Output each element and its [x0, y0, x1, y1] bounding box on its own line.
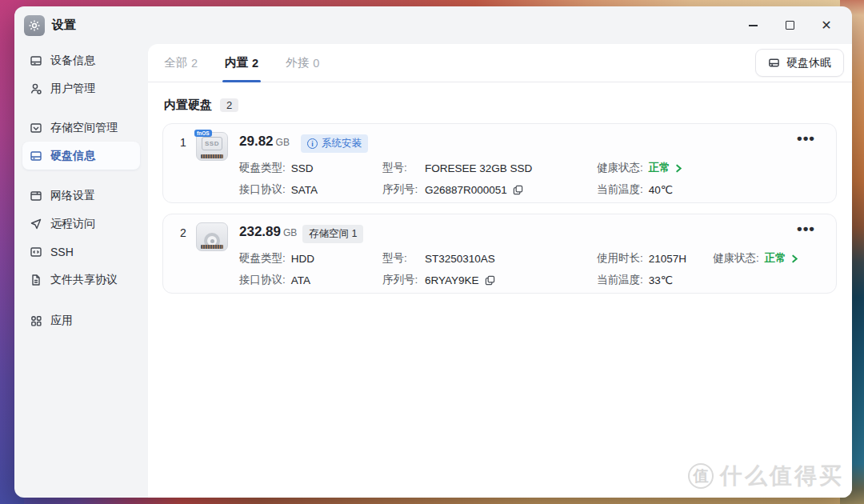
field-value: ATA	[291, 274, 310, 286]
disk-serial-field: 序列号: G26887R000051	[382, 182, 523, 197]
sidebar-item-label: 硬盘信息	[50, 149, 95, 163]
ssd-label: SSD	[202, 137, 222, 150]
drive-icon	[768, 57, 780, 69]
health-status: 正常	[765, 251, 786, 266]
sidebar-item-user-management[interactable]: 用户管理	[22, 74, 140, 102]
disk-temp-field: 当前温度: 40℃	[597, 182, 673, 197]
field-label: 健康状态:	[713, 251, 759, 266]
tab-count: 2	[191, 57, 198, 70]
tab-all[interactable]: 全部 2	[164, 44, 198, 82]
field-value: 6RYAY9KE	[425, 274, 479, 286]
sidebar-item-apps[interactable]: 应用	[22, 306, 140, 334]
sidebar-item-remote-access[interactable]: 远程访问	[22, 210, 140, 238]
content-area: 内置硬盘 2 1 fnOS SSD 29.82GB i 系统安装 •••	[148, 82, 852, 294]
field-value: SSD	[291, 162, 314, 174]
gear-icon	[24, 15, 45, 36]
disk-type-field: 硬盘类型: HDD	[239, 251, 314, 266]
storage-pool-badge: 存储空间 1	[302, 225, 363, 243]
more-menu-icon[interactable]: •••	[797, 221, 815, 236]
field-label: 接口协议:	[239, 273, 286, 287]
ssh-icon	[30, 246, 42, 258]
field-label: 接口协议:	[239, 182, 286, 197]
disk-model-field: 型号: ST3250310AS	[382, 251, 495, 266]
field-label: 硬盘类型:	[239, 161, 286, 175]
system-install-badge: i 系统安装	[301, 134, 368, 153]
sidebar-item-disk-info[interactable]: 硬盘信息	[22, 142, 140, 170]
sidebar-item-label: 远程访问	[50, 217, 95, 231]
disk-size-unit: GB	[283, 227, 297, 238]
sidebar-item-storage-pool[interactable]: 存储空间管理	[22, 114, 140, 142]
field-value: G26887R000051	[425, 184, 507, 196]
minimize-button[interactable]	[742, 14, 764, 37]
field-label: 硬盘类型:	[239, 251, 286, 266]
fnos-chip: fnOS	[194, 130, 212, 137]
tab-count: 0	[313, 57, 319, 70]
disk-hibernate-label: 硬盘休眠	[786, 56, 831, 70]
disk-index: 1	[180, 136, 186, 149]
disk-info-icon	[30, 150, 42, 162]
tab-internal[interactable]: 内置 2	[225, 44, 258, 82]
field-label: 当前温度:	[597, 273, 643, 287]
tab-bar: 全部 2 内置 2 外接 0 硬盘休眠	[148, 44, 852, 82]
close-button[interactable]: ✕	[815, 14, 838, 37]
chevron-right-icon	[675, 164, 682, 173]
disk-hibernate-button[interactable]: 硬盘休眠	[755, 49, 844, 77]
field-label: 型号:	[382, 161, 419, 175]
tab-external[interactable]: 外接 0	[286, 44, 319, 82]
disk-type-field: 硬盘类型: SSD	[239, 161, 314, 175]
disk-serial-field: 序列号: 6RYAY9KE	[382, 273, 495, 287]
file-share-icon	[30, 274, 42, 286]
badge-label: 系统安装	[322, 137, 362, 150]
disk-size-value: 29.82	[239, 134, 274, 149]
tab-label: 外接	[286, 55, 309, 70]
sidebar: 设备信息 用户管理 存储空间管理 硬盘信息 网络设置	[14, 44, 148, 498]
tab-label: 内置	[225, 55, 248, 70]
minimize-icon	[749, 25, 758, 26]
field-value: HDD	[291, 253, 314, 265]
apps-icon	[30, 314, 42, 327]
close-icon: ✕	[821, 19, 831, 32]
tab-label: 全部	[164, 55, 187, 70]
section-title: 内置硬盘	[164, 98, 212, 113]
disk-usage-field: 使用时长: 21057H	[597, 251, 686, 266]
disk-health-field[interactable]: 健康状态: 正常	[597, 161, 682, 175]
maximize-button[interactable]	[778, 14, 801, 37]
remote-access-icon	[30, 218, 42, 230]
window-controls: ✕	[742, 14, 842, 37]
copy-icon[interactable]	[513, 185, 523, 195]
sidebar-item-label: 设备信息	[50, 54, 95, 68]
sidebar-item-device-info[interactable]: 设备信息	[22, 46, 140, 74]
sidebar-item-label: 用户管理	[50, 82, 95, 96]
field-value: 40℃	[649, 183, 673, 196]
disk-protocol-field: 接口协议: ATA	[239, 273, 310, 287]
field-label: 使用时长:	[597, 251, 643, 266]
copy-icon[interactable]	[485, 275, 495, 286]
field-value: 21057H	[649, 253, 686, 265]
section-head: 内置硬盘 2	[164, 98, 837, 113]
sidebar-item-ssh[interactable]: SSH	[22, 238, 140, 266]
device-info-icon	[30, 54, 42, 67]
settings-window: 设置 ✕ 设备信息 用户管理 存储空间管理	[14, 6, 852, 498]
watermark-logo: 值	[688, 463, 714, 489]
disk-size-value: 232.89	[239, 224, 281, 239]
tab-count: 2	[252, 57, 258, 70]
disk-card-2: 2 232.89GB 存储空间 1 ••• 硬盘类型: HDD 型号:	[162, 214, 837, 294]
disk-card-1: 1 fnOS SSD 29.82GB i 系统安装 ••• 硬盘类型: SSD	[162, 123, 837, 203]
titlebar: 设置 ✕	[14, 6, 852, 44]
field-value: ST3250310AS	[425, 253, 495, 265]
disk-protocol-field: 接口协议: SATA	[239, 182, 318, 197]
field-value: SATA	[291, 184, 318, 196]
field-value: FORESEE 32GB SSD	[425, 162, 532, 174]
field-label: 健康状态:	[597, 161, 643, 175]
section-count-badge: 2	[220, 98, 238, 112]
field-label: 当前温度:	[597, 182, 643, 197]
more-menu-icon[interactable]: •••	[797, 130, 815, 146]
field-label: 序列号:	[382, 182, 419, 197]
watermark-text: 什么值得买	[720, 461, 844, 491]
sidebar-item-file-share[interactable]: 文件共享协议	[22, 266, 140, 294]
sidebar-item-network-settings[interactable]: 网络设置	[22, 182, 140, 210]
badge-label: 存储空间 1	[309, 227, 357, 241]
disk-health-field[interactable]: 健康状态: 正常	[713, 251, 798, 266]
disk-size-unit: GB	[276, 137, 290, 148]
sidebar-item-label: SSH	[50, 246, 74, 258]
